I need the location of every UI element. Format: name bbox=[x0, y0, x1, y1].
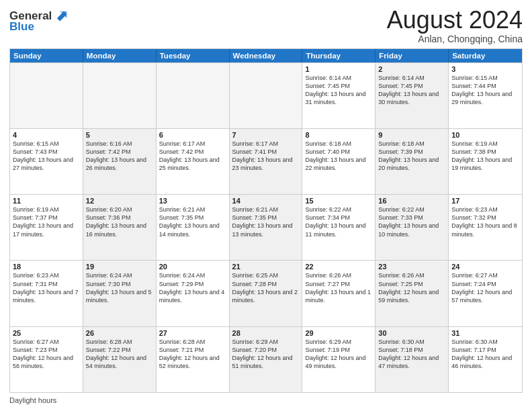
day-of-week-thursday: Thursday bbox=[302, 49, 375, 62]
calendar-cell: 18Sunrise: 6:23 AMSunset: 7:31 PMDayligh… bbox=[10, 261, 83, 326]
day-info: Sunrise: 6:22 AMSunset: 7:33 PMDaylight:… bbox=[378, 205, 445, 238]
month-title: August 2024 bbox=[387, 7, 523, 34]
day-number: 4 bbox=[13, 131, 80, 139]
calendar-cell: 15Sunrise: 6:22 AMSunset: 7:34 PMDayligh… bbox=[302, 195, 375, 260]
day-info: Sunrise: 6:18 AMSunset: 7:39 PMDaylight:… bbox=[378, 140, 445, 173]
calendar-header: SundayMondayTuesdayWednesdayThursdayFrid… bbox=[10, 49, 522, 62]
day-number: 29 bbox=[305, 329, 372, 337]
calendar-cell: 12Sunrise: 6:20 AMSunset: 7:36 PMDayligh… bbox=[83, 195, 157, 260]
day-info: Sunrise: 6:15 AMSunset: 7:43 PMDaylight:… bbox=[13, 140, 80, 173]
day-number: 7 bbox=[232, 131, 300, 139]
day-info: Sunrise: 6:22 AMSunset: 7:34 PMDaylight:… bbox=[305, 205, 372, 238]
calendar-cell: 4Sunrise: 6:15 AMSunset: 7:43 PMDaylight… bbox=[10, 129, 83, 194]
calendar-cell: 7Sunrise: 6:17 AMSunset: 7:41 PMDaylight… bbox=[230, 129, 303, 194]
calendar-body: 1Sunrise: 6:14 AMSunset: 7:45 PMDaylight… bbox=[10, 62, 522, 392]
day-number: 19 bbox=[86, 263, 153, 271]
day-number: 8 bbox=[305, 131, 372, 139]
day-info: Sunrise: 6:18 AMSunset: 7:40 PMDaylight:… bbox=[305, 140, 372, 173]
day-info: Sunrise: 6:24 AMSunset: 7:29 PMDaylight:… bbox=[159, 271, 226, 304]
calendar-week-1: 1Sunrise: 6:14 AMSunset: 7:45 PMDaylight… bbox=[10, 62, 522, 128]
day-number: 18 bbox=[13, 263, 80, 271]
day-info: Sunrise: 6:30 AMSunset: 7:18 PMDaylight:… bbox=[378, 338, 445, 371]
day-info: Sunrise: 6:28 AMSunset: 7:22 PMDaylight:… bbox=[86, 338, 153, 371]
day-number: 6 bbox=[159, 131, 226, 139]
day-info: Sunrise: 6:24 AMSunset: 7:30 PMDaylight:… bbox=[86, 271, 153, 304]
day-number: 1 bbox=[305, 65, 372, 73]
calendar-cell: 24Sunrise: 6:27 AMSunset: 7:24 PMDayligh… bbox=[449, 261, 522, 326]
calendar-cell: 1Sunrise: 6:14 AMSunset: 7:45 PMDaylight… bbox=[302, 63, 375, 128]
day-of-week-friday: Friday bbox=[375, 49, 449, 62]
day-info: Sunrise: 6:23 AMSunset: 7:32 PMDaylight:… bbox=[451, 205, 519, 238]
calendar-cell: 16Sunrise: 6:22 AMSunset: 7:33 PMDayligh… bbox=[375, 195, 449, 260]
day-number: 27 bbox=[159, 329, 226, 337]
day-info: Sunrise: 6:17 AMSunset: 7:42 PMDaylight:… bbox=[159, 140, 226, 173]
calendar-cell: 13Sunrise: 6:21 AMSunset: 7:35 PMDayligh… bbox=[157, 195, 230, 260]
daylight-label: Daylight hours bbox=[9, 396, 56, 404]
calendar-cell: 29Sunrise: 6:29 AMSunset: 7:19 PMDayligh… bbox=[302, 327, 375, 392]
day-number: 24 bbox=[451, 263, 519, 271]
day-info: Sunrise: 6:26 AMSunset: 7:27 PMDaylight:… bbox=[305, 271, 372, 304]
logo-icon bbox=[53, 7, 68, 22]
day-info: Sunrise: 6:19 AMSunset: 7:38 PMDaylight:… bbox=[451, 140, 519, 173]
page: General Blue August 2024 Anlan, Chongqin… bbox=[0, 0, 532, 411]
day-number: 13 bbox=[159, 197, 226, 205]
day-number: 17 bbox=[451, 197, 519, 205]
location-subtitle: Anlan, Chongqing, China bbox=[387, 34, 523, 44]
day-of-week-monday: Monday bbox=[83, 49, 157, 62]
calendar-cell: 8Sunrise: 6:18 AMSunset: 7:40 PMDaylight… bbox=[302, 129, 375, 194]
day-info: Sunrise: 6:30 AMSunset: 7:17 PMDaylight:… bbox=[451, 338, 519, 371]
day-info: Sunrise: 6:26 AMSunset: 7:25 PMDaylight:… bbox=[378, 271, 445, 304]
calendar-cell: 31Sunrise: 6:30 AMSunset: 7:17 PMDayligh… bbox=[449, 327, 522, 392]
calendar-week-2: 4Sunrise: 6:15 AMSunset: 7:43 PMDaylight… bbox=[10, 128, 522, 194]
day-number: 15 bbox=[305, 197, 372, 205]
day-number: 11 bbox=[13, 197, 80, 205]
calendar-cell bbox=[230, 63, 303, 128]
calendar-cell: 11Sunrise: 6:19 AMSunset: 7:37 PMDayligh… bbox=[10, 195, 83, 260]
calendar-cell: 27Sunrise: 6:28 AMSunset: 7:21 PMDayligh… bbox=[157, 327, 230, 392]
calendar: SundayMondayTuesdayWednesdayThursdayFrid… bbox=[9, 48, 523, 393]
day-number: 28 bbox=[232, 329, 300, 337]
day-number: 25 bbox=[13, 329, 80, 337]
day-of-week-sunday: Sunday bbox=[10, 49, 83, 62]
calendar-cell: 14Sunrise: 6:21 AMSunset: 7:35 PMDayligh… bbox=[230, 195, 303, 260]
calendar-cell: 23Sunrise: 6:26 AMSunset: 7:25 PMDayligh… bbox=[375, 261, 449, 326]
calendar-week-4: 18Sunrise: 6:23 AMSunset: 7:31 PMDayligh… bbox=[10, 260, 522, 326]
day-of-week-saturday: Saturday bbox=[449, 49, 522, 62]
calendar-cell: 9Sunrise: 6:18 AMSunset: 7:39 PMDaylight… bbox=[375, 129, 449, 194]
day-info: Sunrise: 6:29 AMSunset: 7:20 PMDaylight:… bbox=[232, 338, 300, 371]
day-number: 30 bbox=[378, 329, 445, 337]
day-number: 22 bbox=[305, 263, 372, 271]
day-number: 21 bbox=[232, 263, 300, 271]
day-info: Sunrise: 6:28 AMSunset: 7:21 PMDaylight:… bbox=[159, 338, 226, 371]
day-info: Sunrise: 6:23 AMSunset: 7:31 PMDaylight:… bbox=[13, 271, 80, 304]
day-number: 23 bbox=[378, 263, 445, 271]
day-info: Sunrise: 6:17 AMSunset: 7:41 PMDaylight:… bbox=[232, 140, 300, 173]
day-info: Sunrise: 6:29 AMSunset: 7:19 PMDaylight:… bbox=[305, 338, 372, 371]
day-number: 20 bbox=[159, 263, 226, 271]
calendar-cell bbox=[10, 63, 83, 128]
calendar-cell: 2Sunrise: 6:14 AMSunset: 7:45 PMDaylight… bbox=[375, 63, 449, 128]
day-info: Sunrise: 6:21 AMSunset: 7:35 PMDaylight:… bbox=[232, 205, 300, 238]
calendar-cell: 20Sunrise: 6:24 AMSunset: 7:29 PMDayligh… bbox=[157, 261, 230, 326]
day-number: 12 bbox=[86, 197, 153, 205]
calendar-cell: 25Sunrise: 6:27 AMSunset: 7:23 PMDayligh… bbox=[10, 327, 83, 392]
calendar-cell: 19Sunrise: 6:24 AMSunset: 7:30 PMDayligh… bbox=[83, 261, 157, 326]
day-info: Sunrise: 6:19 AMSunset: 7:37 PMDaylight:… bbox=[13, 205, 80, 238]
title-area: August 2024 Anlan, Chongqing, China bbox=[387, 7, 523, 44]
calendar-cell: 6Sunrise: 6:17 AMSunset: 7:42 PMDaylight… bbox=[157, 129, 230, 194]
calendar-cell: 10Sunrise: 6:19 AMSunset: 7:38 PMDayligh… bbox=[449, 129, 522, 194]
calendar-cell: 26Sunrise: 6:28 AMSunset: 7:22 PMDayligh… bbox=[83, 327, 157, 392]
day-info: Sunrise: 6:20 AMSunset: 7:36 PMDaylight:… bbox=[86, 205, 153, 238]
calendar-cell: 17Sunrise: 6:23 AMSunset: 7:32 PMDayligh… bbox=[449, 195, 522, 260]
day-number: 26 bbox=[86, 329, 153, 337]
day-info: Sunrise: 6:16 AMSunset: 7:42 PMDaylight:… bbox=[86, 140, 153, 173]
logo: General Blue bbox=[9, 9, 68, 34]
day-number: 14 bbox=[232, 197, 300, 205]
calendar-cell bbox=[157, 63, 230, 128]
day-number: 2 bbox=[378, 65, 445, 73]
day-info: Sunrise: 6:14 AMSunset: 7:45 PMDaylight:… bbox=[305, 74, 372, 107]
day-info: Sunrise: 6:21 AMSunset: 7:35 PMDaylight:… bbox=[159, 205, 226, 238]
calendar-cell: 5Sunrise: 6:16 AMSunset: 7:42 PMDaylight… bbox=[83, 129, 157, 194]
calendar-week-3: 11Sunrise: 6:19 AMSunset: 7:37 PMDayligh… bbox=[10, 194, 522, 260]
header: General Blue August 2024 Anlan, Chongqin… bbox=[9, 7, 523, 44]
